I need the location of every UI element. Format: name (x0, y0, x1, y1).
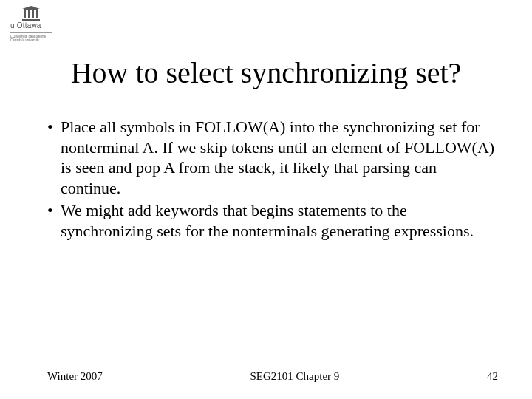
list-item: • Place all symbols in FOLLOW(A) into th… (47, 117, 498, 199)
building-icon (22, 6, 40, 21)
bullet-text: We might add keywords that begins statem… (61, 200, 498, 241)
footer-left: Winter 2007 (47, 370, 103, 383)
slide-body: • Place all symbols in FOLLOW(A) into th… (47, 117, 498, 242)
university-logo: u Ottawa L'Université canadienne Canada'… (10, 6, 52, 42)
list-item: • We might add keywords that begins stat… (47, 200, 498, 241)
slide-footer: Winter 2007 SEG2101 Chapter 9 42 (47, 370, 498, 383)
bullet-text: Place all symbols in FOLLOW(A) into the … (61, 117, 498, 199)
footer-center: SEG2101 Chapter 9 (250, 370, 339, 383)
bullet-icon: • (47, 117, 61, 199)
logo-text: u Ottawa (10, 21, 52, 30)
logo-subtext-2: Canada's university (10, 38, 52, 42)
bullet-icon: • (47, 200, 61, 241)
footer-right: 42 (487, 370, 498, 383)
slide-title: How to select synchronizing set? (0, 55, 532, 90)
